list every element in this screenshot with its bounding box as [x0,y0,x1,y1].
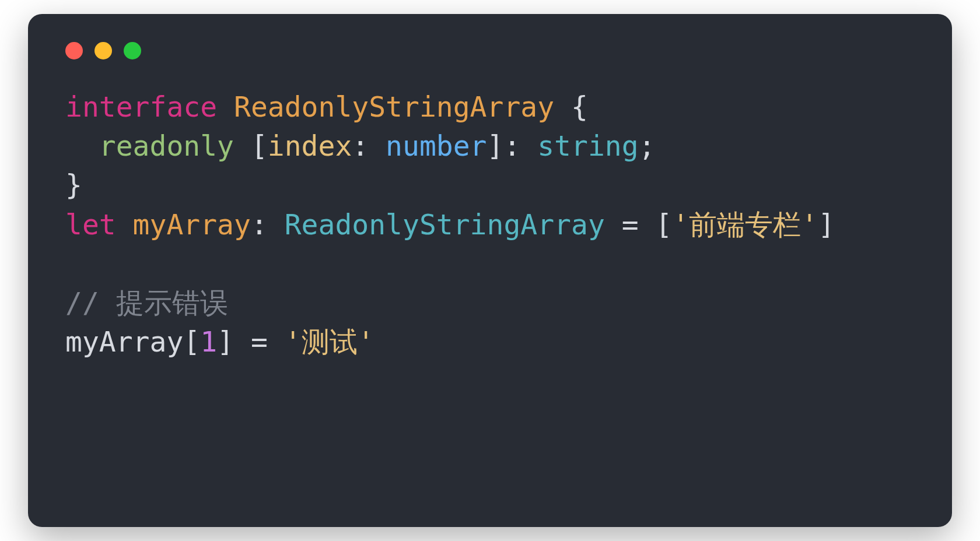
keyword-interface: interface [65,90,217,123]
bracket-close: ] [818,208,835,241]
keyword-readonly: readonly [99,129,234,162]
whitespace [234,129,251,162]
equals: = [622,208,639,241]
whitespace [369,129,386,162]
code-block: interface ReadonlyStringArray { readonly… [65,87,915,361]
type-annotation: ReadonlyStringArray [285,208,605,241]
colon: : [251,208,268,241]
whitespace [268,208,285,241]
keyword-let: let [65,208,116,241]
brace-close: } [65,168,82,201]
traffic-lights [65,42,915,59]
whitespace [554,90,571,123]
string-literal: 前端专栏 [689,208,801,241]
semicolon: ; [639,129,656,162]
identifier: myArray [133,208,251,241]
bracket-close: ] [487,129,504,162]
whitespace [116,208,133,241]
class-name: ReadonlyStringArray [234,90,554,123]
indent [65,129,99,162]
whitespace [639,208,656,241]
brace-open: { [571,90,588,123]
bracket-open: [ [251,129,268,162]
string-quote: ' [672,208,689,241]
number-literal: 1 [200,325,217,358]
string-literal: 测试 [302,325,358,358]
type-string: string [537,129,638,162]
colon: : [503,129,520,162]
identifier: myArray [65,325,183,358]
colon: : [352,129,369,162]
whitespace [605,208,622,241]
string-quote: ' [285,325,302,358]
equals: = [251,325,268,358]
whitespace [234,325,251,358]
whitespace [268,325,285,358]
whitespace [217,90,234,123]
string-quote: ' [358,325,374,358]
code-window: interface ReadonlyStringArray { readonly… [28,14,952,527]
string-quote: ' [801,208,818,241]
close-icon [65,42,83,59]
bracket-open: [ [183,325,200,358]
whitespace [520,129,537,162]
comment: // 提示错误 [65,286,228,319]
bracket-open: [ [656,208,673,241]
param-name: index [268,129,352,162]
maximize-icon [124,42,141,59]
type-number: number [386,129,487,162]
bracket-close: ] [217,325,234,358]
minimize-icon [94,42,112,59]
